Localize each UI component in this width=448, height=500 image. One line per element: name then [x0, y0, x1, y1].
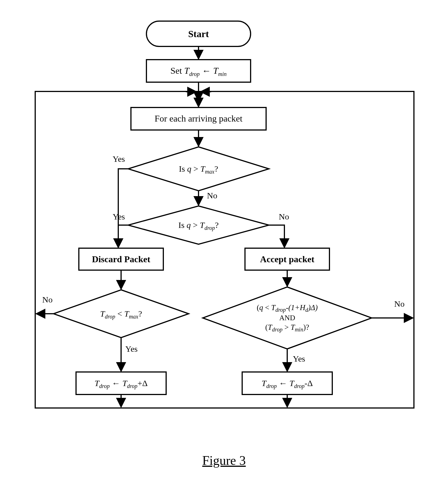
d4-no-label: No [394, 299, 405, 308]
d3-no-label: No [42, 295, 53, 304]
assign-minus-delta: Tdrop ← Tdrop-Δ [242, 372, 332, 394]
loop-header-text: For each arriving packet [155, 113, 242, 124]
d4-yes-label: Yes [293, 354, 305, 363]
d4-line1: (q < Tdrop-(1+Hd)Δ) [257, 303, 318, 313]
discard-text: Discard Packet [92, 254, 150, 264]
d3-yes-label: Yes [125, 344, 138, 353]
d1-yes-label: Yes [113, 154, 125, 163]
loop-header-box: For each arriving packet [131, 107, 266, 130]
decision-hysteresis: (q < Tdrop-(1+Hd)Δ) AND (Tdrop > Tmin)? [203, 287, 372, 349]
assign-plus-delta: Tdrop ← Tdrop+Δ [76, 372, 166, 394]
d2-no-label: No [279, 212, 289, 221]
d1-no-label: No [207, 191, 217, 200]
d2-yes-label: Yes [113, 212, 125, 221]
d4-line2: AND [279, 314, 295, 322]
arrow-d2-no [269, 225, 284, 248]
decision-q-tdrop: Is q > Tdrop? [128, 206, 269, 244]
accept-text: Accept packet [260, 254, 315, 264]
start-terminator: Start [146, 21, 251, 46]
set-tdrop-box: Set Tdrop ← Tmin [146, 60, 251, 82]
accept-box: Accept packet [245, 248, 329, 270]
decision-q-tmax: Is q > Tmax? [128, 147, 269, 191]
arrow-d2-yes [118, 225, 128, 248]
arrow-d1-yes [118, 169, 128, 248]
discard-box: Discard Packet [79, 248, 163, 270]
decision-tdrop-tmax: Tdrop < Tmax? [54, 290, 189, 338]
figure-caption: Figure 3 [0, 453, 448, 468]
start-label: Start [188, 29, 209, 39]
